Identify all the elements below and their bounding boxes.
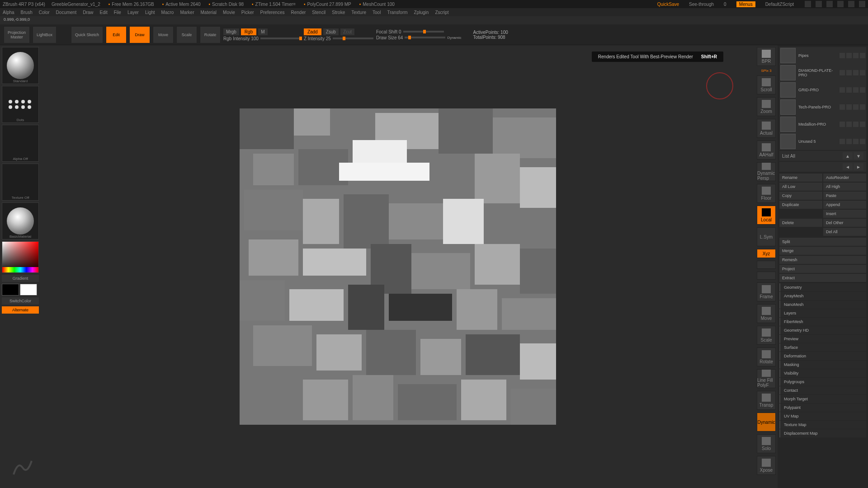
menu-picker[interactable]: Picker xyxy=(241,10,254,15)
menu-layer[interactable]: Layer xyxy=(127,10,139,15)
paint-icon[interactable] xyxy=(846,139,852,144)
spix-label[interactable]: SPix 3 xyxy=(761,69,771,73)
mesh-icon[interactable] xyxy=(853,70,859,75)
list-all-button[interactable]: List All xyxy=(782,154,795,159)
window-help-icon[interactable] xyxy=(826,1,833,7)
quicksketch-button[interactable]: Quick Sketch xyxy=(71,26,103,43)
split-button[interactable]: Split xyxy=(779,238,866,246)
section-layers[interactable]: Layers xyxy=(779,309,866,317)
bpr-button[interactable]: BPR xyxy=(757,47,776,66)
persp-button[interactable]: Dynamic Persp xyxy=(757,162,776,181)
move-down-icon[interactable]: ▼ xyxy=(854,152,863,160)
nav-left-icon[interactable]: ◄ xyxy=(843,163,853,170)
mode-icon[interactable] xyxy=(860,87,865,93)
paint-icon[interactable] xyxy=(846,53,852,58)
paint-icon[interactable] xyxy=(846,70,852,75)
material-slot[interactable]: BasicMaterial xyxy=(2,202,39,239)
z-intensity-slider[interactable]: Z Intensity 25 xyxy=(304,36,331,41)
vis-icon[interactable] xyxy=(840,53,845,58)
mode-icon[interactable] xyxy=(860,53,865,58)
del-all-button[interactable]: Del All xyxy=(823,228,866,236)
texture-slot[interactable]: Texture Off xyxy=(2,164,39,201)
floor-button[interactable]: Floor xyxy=(757,184,776,203)
section-deformation[interactable]: Deformation xyxy=(779,352,866,360)
subtool-row[interactable]: Unused 5 xyxy=(779,133,866,150)
nav-rotate-button[interactable]: Rotate xyxy=(757,347,776,366)
menu-file[interactable]: File xyxy=(114,10,121,15)
zcut-button[interactable]: Zcut xyxy=(340,28,354,35)
quicksave-button[interactable]: QuickSave xyxy=(657,2,679,7)
section-preview[interactable]: Preview xyxy=(779,335,866,343)
section-contact[interactable]: Contact xyxy=(779,386,866,394)
window-restore-icon[interactable] xyxy=(848,1,854,7)
m-button[interactable]: M xyxy=(258,28,267,35)
paint-icon[interactable] xyxy=(846,104,852,110)
lsym-button[interactable]: L.Sym xyxy=(757,227,776,246)
stroke-slot[interactable]: Dots xyxy=(2,86,39,123)
section-visibility[interactable]: Visibility xyxy=(779,369,866,377)
section-nanomesh[interactable]: NanoMesh xyxy=(779,300,866,309)
menu-movie[interactable]: Movie xyxy=(223,10,235,15)
autoreorder-button[interactable]: AutoReorder xyxy=(823,174,866,182)
xpose-button[interactable]: Xpose xyxy=(757,456,776,475)
section-fibermesh[interactable]: FiberMesh xyxy=(779,318,866,326)
menu-texture[interactable]: Texture xyxy=(351,10,366,15)
frame-button[interactable]: Frame xyxy=(757,282,776,301)
menu-material[interactable]: Material xyxy=(201,10,217,15)
copy-button[interactable]: Copy xyxy=(779,192,822,200)
lightbox-button[interactable]: LightBox xyxy=(33,26,57,43)
move-button[interactable]: Move xyxy=(153,26,174,43)
draw-button[interactable]: Draw xyxy=(129,26,150,43)
alpha-slot[interactable]: Alpha Off xyxy=(2,125,39,162)
zsub-button[interactable]: Zsub xyxy=(323,28,339,35)
project-button[interactable]: Project xyxy=(779,265,866,273)
solo-button[interactable]: Solo xyxy=(757,434,776,453)
aahalf-button[interactable]: AAHalf xyxy=(757,141,776,160)
vis-icon[interactable] xyxy=(840,104,845,110)
remesh-button[interactable]: Remesh xyxy=(779,256,866,264)
subtool-row[interactable]: Tech-Panels-PRO xyxy=(779,99,866,116)
brush-slot[interactable]: Standard xyxy=(2,47,39,84)
axis-x-button[interactable] xyxy=(757,261,776,269)
scale-button[interactable]: Scale xyxy=(176,26,197,43)
nav-move-button[interactable]: Move xyxy=(757,304,776,323)
delete-button[interactable]: Delete xyxy=(779,219,822,227)
menu-color[interactable]: Color xyxy=(39,10,50,15)
seethrough-label[interactable]: See-through xyxy=(689,2,714,7)
section-polygroups[interactable]: Polygroups xyxy=(779,378,866,386)
window-max-icon[interactable] xyxy=(816,1,822,7)
section-surface[interactable]: Surface xyxy=(779,343,866,352)
mesh-icon[interactable] xyxy=(853,87,859,93)
vis-icon[interactable] xyxy=(840,70,845,75)
switchcolor-button[interactable]: SwitchColor xyxy=(2,297,39,305)
mode-icon[interactable] xyxy=(860,104,865,110)
mesh-icon[interactable] xyxy=(853,139,859,144)
menu-render[interactable]: Render xyxy=(291,10,306,15)
mesh-icon[interactable] xyxy=(853,53,859,58)
menu-brush[interactable]: Brush xyxy=(21,10,33,15)
focal-shift-slider[interactable]: Focal Shift 0 xyxy=(376,29,401,34)
paint-icon[interactable] xyxy=(846,87,852,93)
window-min2-icon[interactable] xyxy=(837,1,844,7)
subtool-row[interactable]: Medallion-PRO xyxy=(779,116,866,133)
projection-master-button[interactable]: Projection Master xyxy=(4,26,30,43)
mesh-icon[interactable] xyxy=(853,122,859,127)
section-masking[interactable]: Masking xyxy=(779,361,866,369)
window-close-icon[interactable] xyxy=(859,1,865,7)
section-displacement-map[interactable]: Displacement Map xyxy=(779,429,866,437)
polyf-button[interactable]: Line Fill PolyF xyxy=(757,369,776,388)
transp-button[interactable]: Transp xyxy=(757,391,776,410)
paste-button[interactable]: Paste xyxy=(823,192,866,200)
mrgb-button[interactable]: Mrgb xyxy=(223,28,239,35)
mode-icon[interactable] xyxy=(860,70,865,75)
menu-transform[interactable]: Transform xyxy=(387,10,407,15)
color-swatches[interactable] xyxy=(2,284,39,296)
section-texture-map[interactable]: Texture Map xyxy=(779,421,866,429)
append-button[interactable]: Append xyxy=(823,201,866,209)
subtool-row[interactable]: DIAMOND-PLATE-PRO xyxy=(779,64,866,81)
local-button[interactable]: Local xyxy=(757,206,776,225)
menu-preferences[interactable]: Preferences xyxy=(260,10,285,15)
menu-edit[interactable]: Edit xyxy=(100,10,108,15)
menu-draw[interactable]: Draw xyxy=(83,10,93,15)
rgb-intensity-slider[interactable]: Rgb Intensity 100 xyxy=(223,36,259,41)
